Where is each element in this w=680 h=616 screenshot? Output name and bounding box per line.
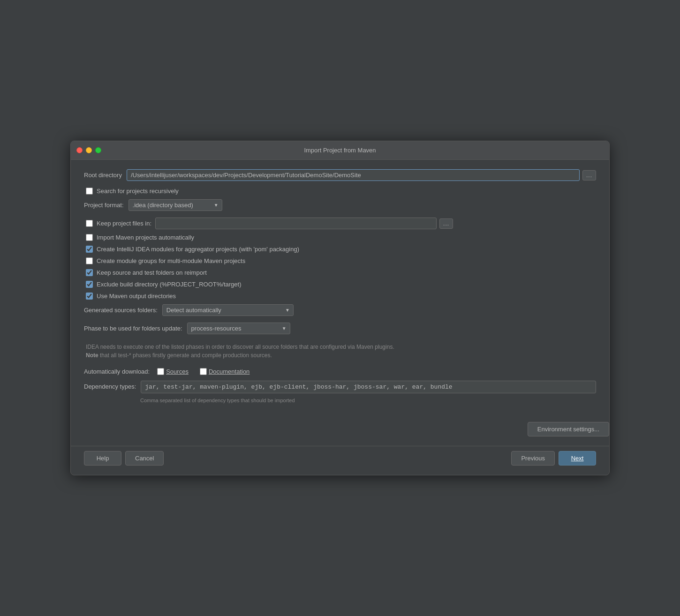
title-bar: Import Project from Maven <box>71 141 609 160</box>
use-maven-output-checkbox[interactable] <box>86 293 93 300</box>
footer: Help Cancel Previous Next <box>71 446 609 475</box>
sources-checkbox-group: Sources <box>157 368 189 375</box>
dependency-types-label: Dependency types: <box>84 381 136 390</box>
project-format-select-wrapper: .idea (directory based) ▼ <box>128 199 222 211</box>
keep-project-files-row: Keep project files in: ... <box>84 218 596 229</box>
close-button[interactable] <box>76 147 83 153</box>
documentation-label[interactable]: Documentation <box>209 368 249 375</box>
keep-source-folders-row: Keep source and test folders on reimport <box>84 269 596 276</box>
hint-text: IDEA needs to execute one of the listed … <box>84 341 596 361</box>
project-format-select[interactable]: .idea (directory based) <box>128 199 222 211</box>
project-format-label: Project format: <box>84 202 124 209</box>
import-automatically-label[interactable]: Import Maven projects automatically <box>97 234 194 241</box>
create-module-groups-checkbox[interactable] <box>86 257 93 264</box>
generated-sources-select-wrapper: Detect automatically ▼ <box>162 304 294 316</box>
search-recursively-label[interactable]: Search for projects recursively <box>97 188 179 195</box>
exclude-build-dir-row: Exclude build directory (%PROJECT_ROOT%/… <box>84 281 596 288</box>
create-module-groups-label[interactable]: Create module groups for multi-module Ma… <box>97 257 245 264</box>
keep-project-files-label[interactable]: Keep project files in: <box>97 220 151 227</box>
auto-download-label: Automatically download: <box>84 368 150 375</box>
create-modules-checkbox[interactable] <box>86 246 93 253</box>
sources-checkbox[interactable] <box>157 368 164 375</box>
exclude-build-dir-label[interactable]: Exclude build directory (%PROJECT_ROOT%/… <box>97 281 241 288</box>
dialog-content: Root directory ... Search for projects r… <box>71 160 609 422</box>
create-modules-label[interactable]: Create IntelliJ IDEA modules for aggrega… <box>97 246 299 253</box>
create-modules-row: Create IntelliJ IDEA modules for aggrega… <box>84 246 596 253</box>
hint-note-bold: Note <box>86 352 98 359</box>
main-window: Import Project from Maven Root directory… <box>70 141 610 475</box>
help-button[interactable]: Help <box>84 451 121 466</box>
minimize-button[interactable] <box>86 147 92 153</box>
hint-line1: IDEA needs to execute one of the listed … <box>86 343 596 351</box>
generated-sources-row: Generated sources folders: Detect automa… <box>84 304 596 316</box>
documentation-checkbox[interactable] <box>200 368 207 375</box>
use-maven-output-label[interactable]: Use Maven output directories <box>97 293 176 300</box>
footer-right-buttons: Previous Next <box>511 451 596 466</box>
auto-download-row: Automatically download: Sources Document… <box>84 368 596 375</box>
use-maven-output-row: Use Maven output directories <box>84 293 596 300</box>
phase-select-wrapper: process-resources ▼ <box>187 323 290 334</box>
dependency-types-hint: Comma separated list of dependency types… <box>84 396 596 403</box>
next-button[interactable]: Next <box>559 451 596 466</box>
create-module-groups-row: Create module groups for multi-module Ma… <box>84 257 596 264</box>
dependency-types-input[interactable] <box>141 381 596 393</box>
keep-project-files-checkbox[interactable] <box>86 220 93 227</box>
project-format-row: Project format: .idea (directory based) … <box>84 199 596 211</box>
env-settings-button[interactable]: Environment settings... <box>528 422 609 436</box>
generated-sources-select[interactable]: Detect automatically <box>162 304 294 316</box>
documentation-checkbox-group: Documentation <box>200 368 249 375</box>
import-automatically-row: Import Maven projects automatically <box>84 234 596 241</box>
exclude-build-dir-checkbox[interactable] <box>86 281 93 288</box>
keep-project-files-input[interactable] <box>155 218 437 229</box>
footer-left-buttons: Help Cancel <box>84 451 164 466</box>
keep-source-folders-label[interactable]: Keep source and test folders on reimport <box>97 269 207 276</box>
keep-source-folders-checkbox[interactable] <box>86 269 93 276</box>
hint-line2: Note that all test-* phases firstly gene… <box>86 351 596 360</box>
import-automatically-checkbox[interactable] <box>86 234 93 241</box>
keep-project-files-browse-button[interactable]: ... <box>439 218 453 229</box>
search-recursively-checkbox[interactable] <box>86 188 93 195</box>
generated-sources-label: Generated sources folders: <box>84 307 158 314</box>
search-recursively-row: Search for projects recursively <box>84 188 596 195</box>
root-directory-row: Root directory ... <box>84 169 596 181</box>
cancel-button[interactable]: Cancel <box>125 451 164 466</box>
dependency-types-row: Dependency types: <box>84 381 596 393</box>
root-directory-label: Root directory <box>84 172 122 179</box>
maximize-button[interactable] <box>95 147 101 153</box>
window-title: Import Project from Maven <box>304 147 376 154</box>
env-settings-row: Environment settings... <box>71 422 609 436</box>
phase-label: Phase to be used for folders update: <box>84 325 182 332</box>
phase-row: Phase to be used for folders update: pro… <box>84 323 596 334</box>
root-directory-input[interactable] <box>127 169 580 181</box>
previous-button[interactable]: Previous <box>511 451 555 466</box>
phase-select[interactable]: process-resources <box>187 323 290 334</box>
root-directory-browse-button[interactable]: ... <box>582 170 596 180</box>
traffic-lights <box>76 147 101 153</box>
sources-label[interactable]: Sources <box>166 368 189 375</box>
